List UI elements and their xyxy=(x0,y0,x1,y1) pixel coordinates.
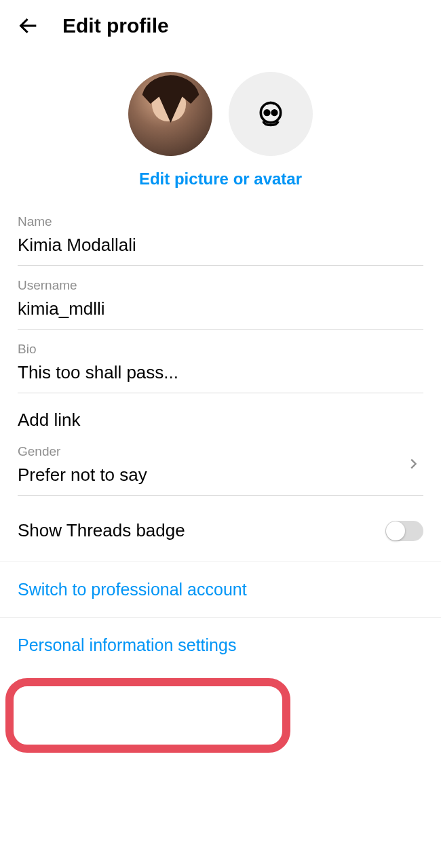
threads-row: Show Threads badge xyxy=(18,509,423,561)
avatar-section xyxy=(0,72,441,156)
bio-field-group[interactable]: Bio xyxy=(18,342,423,393)
avatar-button[interactable] xyxy=(229,72,313,156)
threads-label: Show Threads badge xyxy=(18,520,185,541)
personal-info-link[interactable]: Personal information settings xyxy=(0,618,441,673)
name-field-group[interactable]: Name xyxy=(18,214,423,266)
arrow-left-icon xyxy=(17,14,40,37)
switch-professional-link[interactable]: Switch to professional account xyxy=(0,562,441,617)
back-button[interactable] xyxy=(16,14,41,38)
bio-input[interactable] xyxy=(18,362,423,383)
username-input[interactable] xyxy=(18,298,423,319)
threads-toggle[interactable] xyxy=(385,521,423,541)
edit-picture-link[interactable]: Edit picture or avatar xyxy=(0,170,441,189)
page-title: Edit profile xyxy=(62,14,169,37)
name-input[interactable] xyxy=(18,235,423,256)
bio-label: Bio xyxy=(18,342,423,357)
profile-picture[interactable] xyxy=(128,72,212,156)
gender-label: Gender xyxy=(18,444,406,459)
add-link-row[interactable]: Add link xyxy=(18,406,423,444)
svg-point-2 xyxy=(265,111,269,115)
gender-value: Prefer not to say xyxy=(18,465,406,486)
avatar-icon xyxy=(256,99,286,129)
highlight-annotation xyxy=(5,678,290,753)
gender-row[interactable]: Gender Prefer not to say xyxy=(18,444,423,496)
chevron-right-icon xyxy=(406,456,423,474)
header: Edit profile xyxy=(0,0,441,52)
toggle-knob xyxy=(386,521,405,540)
svg-point-3 xyxy=(272,111,277,115)
username-field-group[interactable]: Username xyxy=(18,278,423,330)
form-section: Name Username Bio Add link Gender Prefer… xyxy=(0,214,441,561)
username-label: Username xyxy=(18,278,423,293)
name-label: Name xyxy=(18,214,423,229)
